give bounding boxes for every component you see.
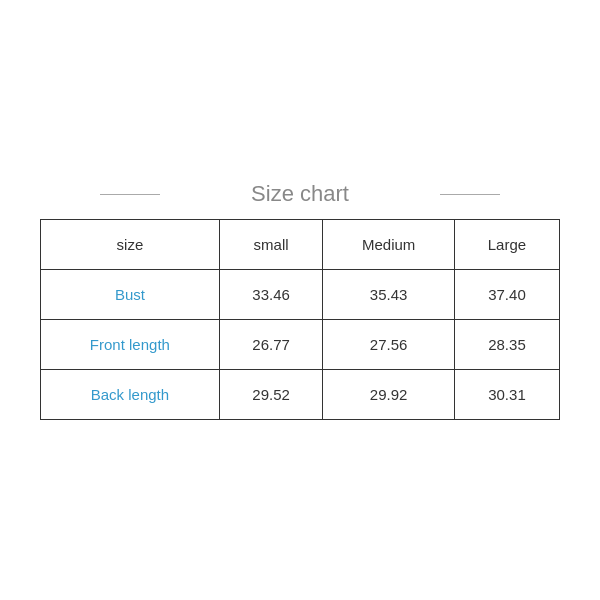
table-row: Front length 26.77 27.56 28.35: [41, 319, 560, 369]
table-header-row: size small Medium Large: [41, 219, 560, 269]
back-length-large: 30.31: [454, 369, 559, 419]
bust-small: 33.46: [219, 269, 323, 319]
size-chart-container: Size chart size small Medium Large Bust …: [40, 181, 560, 420]
size-table: size small Medium Large Bust 33.46 35.43…: [40, 219, 560, 420]
back-length-small: 29.52: [219, 369, 323, 419]
chart-title: Size chart: [40, 181, 560, 207]
row-label-front-length: Front length: [41, 319, 220, 369]
bust-medium: 35.43: [323, 269, 455, 319]
front-length-large: 28.35: [454, 319, 559, 369]
back-length-medium: 29.92: [323, 369, 455, 419]
front-length-medium: 27.56: [323, 319, 455, 369]
header-medium: Medium: [323, 219, 455, 269]
row-label-back-length: Back length: [41, 369, 220, 419]
row-label-bust: Bust: [41, 269, 220, 319]
bust-large: 37.40: [454, 269, 559, 319]
header-small: small: [219, 219, 323, 269]
front-length-small: 26.77: [219, 319, 323, 369]
table-row: Bust 33.46 35.43 37.40: [41, 269, 560, 319]
table-row: Back length 29.52 29.92 30.31: [41, 369, 560, 419]
header-size: size: [41, 219, 220, 269]
header-large: Large: [454, 219, 559, 269]
